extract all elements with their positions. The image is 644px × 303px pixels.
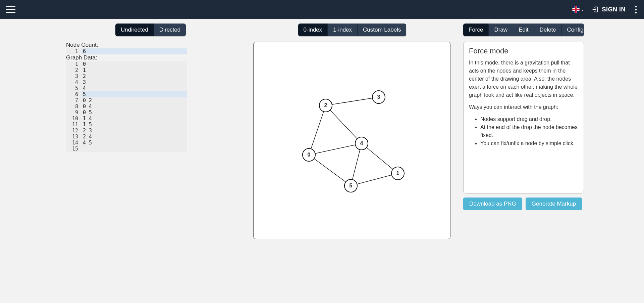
- line-content: 4 5: [82, 140, 187, 146]
- line-number: 14: [66, 140, 82, 146]
- editor-line[interactable]: 43: [66, 79, 187, 85]
- line-number: 4: [66, 79, 82, 85]
- graph-edge: [326, 97, 379, 105]
- graph-node-1[interactable]: 1: [391, 167, 405, 180]
- editor-line[interactable]: 122 3: [66, 128, 187, 134]
- mode-toggle: Force Draw Edit Delete Config: [463, 24, 584, 36]
- graph-node-5[interactable]: 5: [344, 179, 358, 192]
- node-count-label: Node Count:: [66, 42, 241, 48]
- graph-node-0[interactable]: 0: [302, 148, 316, 162]
- left-column: Undirected Directed Node Count: 16 Graph…: [60, 24, 241, 239]
- chevron-down-icon: ⌄: [581, 7, 584, 12]
- info-bullet: At the end of the drop the node becomes …: [480, 123, 578, 139]
- editor-line[interactable]: 15: [66, 146, 187, 152]
- editor-line[interactable]: 90 5: [66, 110, 187, 116]
- node-count-editor[interactable]: 16: [66, 48, 187, 54]
- line-content: 6: [82, 48, 187, 54]
- right-column: Force Draw Edit Delete Config Force mode…: [463, 24, 584, 239]
- custom-labels-button[interactable]: Custom Labels: [357, 24, 406, 36]
- info-bullet: You can fix/unfix a node by simple click…: [480, 139, 578, 147]
- info-bullet: Nodes support drag and drop.: [480, 115, 578, 123]
- graph-type-toggle: Undirected Directed: [115, 24, 186, 36]
- download-png-button[interactable]: Download as PNG: [463, 198, 522, 210]
- line-number: 10: [66, 116, 82, 122]
- line-content: 1 5: [82, 122, 187, 128]
- line-content: 0 4: [82, 103, 187, 110]
- editor-line[interactable]: 54: [66, 85, 187, 91]
- zero-index-button[interactable]: 0-index: [298, 24, 328, 36]
- graph-edge: [309, 155, 351, 186]
- line-number: 3: [66, 73, 82, 79]
- graph-edge: [309, 105, 326, 155]
- line-content: 2 4: [82, 134, 187, 140]
- info-para2: Ways you can interact with the graph:: [469, 103, 578, 111]
- kebab-menu-icon[interactable]: [634, 4, 638, 15]
- index-mode-toggle: 0-index 1-index Custom Labels: [298, 24, 407, 36]
- info-panel: Force mode In this mode, there is a grav…: [463, 42, 584, 193]
- line-number: 7: [66, 97, 82, 103]
- config-mode-button[interactable]: Config: [561, 24, 584, 36]
- uk-flag-icon: [572, 6, 580, 13]
- info-title: Force mode: [469, 47, 578, 55]
- sign-in-icon: [592, 6, 599, 13]
- line-number: 11: [66, 122, 82, 128]
- line-number: 8: [66, 103, 82, 110]
- edge-layer: [254, 42, 451, 240]
- delete-mode-button[interactable]: Delete: [534, 24, 561, 36]
- line-content: 0: [82, 61, 187, 67]
- line-number: 2: [66, 67, 82, 73]
- graph-edge: [326, 105, 362, 143]
- line-content: [82, 146, 187, 152]
- editor-line[interactable]: 65: [66, 91, 187, 97]
- top-bar: ⌄ SIGN IN: [0, 0, 644, 19]
- line-content: 1 4: [82, 116, 187, 122]
- graph-canvas[interactable]: 012345: [253, 42, 450, 239]
- editor-line[interactable]: 32: [66, 73, 187, 79]
- line-content: 1: [82, 67, 187, 73]
- editor-line[interactable]: 101 4: [66, 116, 187, 122]
- line-number: 1: [66, 48, 82, 54]
- hamburger-icon[interactable]: [6, 6, 15, 13]
- line-content: 3: [82, 79, 187, 85]
- undirected-button[interactable]: Undirected: [115, 24, 154, 36]
- line-number: 1: [66, 61, 82, 67]
- language-selector[interactable]: ⌄: [572, 6, 584, 13]
- graph-data-label: Graph Data:: [66, 54, 241, 61]
- graph-data-editor[interactable]: 10213243546570 280 490 5101 4111 5122 31…: [66, 61, 187, 152]
- editor-line[interactable]: 144 5: [66, 140, 187, 146]
- directed-button[interactable]: Directed: [154, 24, 186, 36]
- line-number: 6: [66, 91, 82, 97]
- generate-markup-button[interactable]: Generate Markup: [526, 198, 582, 210]
- line-content: 0 2: [82, 97, 187, 103]
- graph-node-4[interactable]: 4: [355, 137, 368, 150]
- editor-line[interactable]: 80 4: [66, 103, 187, 110]
- one-index-button[interactable]: 1-index: [327, 24, 357, 36]
- sign-in-button[interactable]: SIGN IN: [592, 6, 626, 13]
- sign-in-label: SIGN IN: [602, 6, 626, 13]
- editor-line[interactable]: 111 5: [66, 122, 187, 128]
- line-content: 0 5: [82, 110, 187, 116]
- editor-line[interactable]: 16: [66, 48, 187, 54]
- line-number: 13: [66, 134, 82, 140]
- line-number: 9: [66, 110, 82, 116]
- force-mode-button[interactable]: Force: [463, 24, 488, 36]
- editor-line[interactable]: 10: [66, 61, 187, 67]
- graph-node-3[interactable]: 3: [372, 90, 385, 104]
- editor-line[interactable]: 132 4: [66, 134, 187, 140]
- line-number: 15: [66, 146, 82, 152]
- edit-mode-button[interactable]: Edit: [513, 24, 534, 36]
- info-bullets: Nodes support drag and drop.At the end o…: [469, 115, 578, 147]
- line-content: 4: [82, 85, 187, 91]
- line-content: 5: [82, 91, 187, 97]
- line-number: 5: [66, 85, 82, 91]
- info-para1: In this mode, there is a gravitation pul…: [469, 59, 578, 99]
- line-content: 2 3: [82, 128, 187, 134]
- line-content: 2: [82, 73, 187, 79]
- draw-mode-button[interactable]: Draw: [488, 24, 513, 36]
- graph-node-2[interactable]: 2: [319, 99, 332, 112]
- editor-line[interactable]: 21: [66, 67, 187, 73]
- graph-edge: [351, 173, 398, 186]
- line-number: 12: [66, 128, 82, 134]
- graph-edge: [309, 143, 362, 155]
- editor-line[interactable]: 70 2: [66, 97, 187, 103]
